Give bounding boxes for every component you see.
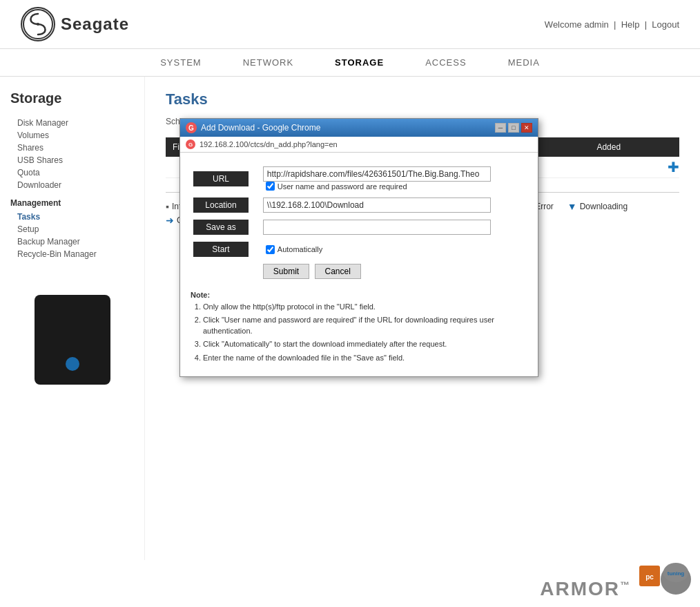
start-label: Start — [193, 242, 249, 257]
logo-text: Seagate — [61, 15, 129, 34]
browser-icon: G — [186, 122, 197, 133]
save-as-row: Save as — [191, 216, 527, 238]
pc-tuning-badge: pc tuning — [638, 559, 693, 560]
url-input[interactable] — [263, 166, 491, 182]
titlebar-left: G Add Download - Google Chrome — [186, 122, 320, 133]
add-download-modal: G Add Download - Google Chrome ─ □ ✕ G 1… — [179, 118, 538, 377]
logo-icon — [21, 7, 55, 41]
sidebar-item-quota[interactable]: Quota — [10, 166, 134, 179]
site-icon: G — [186, 139, 195, 149]
auth-label: User name and password are required — [278, 182, 407, 191]
auto-label: Automatically — [278, 245, 322, 253]
note-item-3: Click "Automatically" to start the downl… — [203, 339, 527, 349]
sidebar-item-disk-manager[interactable]: Disk Manager — [10, 117, 134, 129]
modal-titlebar: G Add Download - Google Chrome ─ □ ✕ — [180, 119, 538, 137]
start-row: Start Automatically — [191, 238, 527, 260]
main-layout: Storage Disk Manager Volumes Shares USB … — [0, 77, 700, 560]
bottom-branding: ARMOR™ pc tuning — [533, 552, 700, 560]
information-icon: ▪ — [166, 201, 169, 212]
buttons-row: Submit Cancel — [191, 260, 527, 282]
location-label: Location — [193, 197, 249, 213]
main-nav: SYSTEM NETWORK STORAGE ACCESS MEDIA — [0, 49, 700, 77]
note-item-4: Enter the name of the downloaded file in… — [203, 353, 527, 363]
modal-overlay: G Add Download - Google Chrome ─ □ ✕ G 1… — [179, 118, 538, 377]
url-row: URL User name and password are required — [191, 163, 527, 194]
note-section: Note: Only allow the http(s)/ftp protoco… — [191, 291, 527, 363]
management-label: Management — [10, 198, 134, 208]
maximize-button[interactable]: □ — [508, 123, 519, 133]
note-list: Only allow the http(s)/ftp protocol in t… — [191, 302, 527, 363]
modal-title: Add Download - Google Chrome — [201, 123, 320, 133]
downloading-icon: ▼ — [567, 201, 577, 212]
location-row: Location — [191, 194, 527, 216]
auto-checkbox[interactable] — [266, 245, 275, 254]
auth-row: User name and password are required — [266, 182, 525, 191]
url-label: URL — [193, 171, 249, 186]
welcome-text: Welcome admin — [545, 19, 609, 30]
sidebar-item-recycle-bin[interactable]: Recycle-Bin Manager — [10, 248, 134, 260]
header: Seagate Welcome admin | Help | Logout — [0, 0, 700, 49]
auth-checkbox[interactable] — [266, 182, 275, 191]
sidebar-item-backup-manager[interactable]: Backup Manager — [10, 235, 134, 248]
device-image — [10, 295, 134, 385]
nav-access[interactable]: ACCESS — [425, 57, 466, 68]
note-item-2: Click "User name and password are requir… — [203, 315, 527, 336]
page-title: Tasks — [166, 90, 679, 108]
content-area: Tasks Schedule Status: Disabled File Nam… — [145, 77, 700, 560]
auto-row: Automatically — [266, 245, 525, 254]
col-added: Added — [590, 137, 679, 157]
svg-point-1 — [37, 23, 39, 26]
sidebar-item-volumes[interactable]: Volumes — [10, 129, 134, 142]
sidebar-item-shares[interactable]: Shares — [10, 142, 134, 154]
address-bar: G 192.168.2.100/ctcs/dn_add.php?lang=en — [180, 137, 538, 153]
nav-storage[interactable]: STORAGE — [335, 57, 384, 68]
window-controls: ─ □ ✕ — [495, 123, 532, 133]
note-title: Note: — [191, 291, 527, 299]
device-light — [66, 357, 79, 371]
legend-downloading-label: Downloading — [580, 202, 628, 211]
sidebar: Storage Disk Manager Volumes Shares USB … — [0, 77, 145, 560]
sidebar-title: Storage — [10, 90, 134, 106]
nav-network[interactable]: NETWORK — [243, 57, 293, 68]
sidebar-item-downloader[interactable]: Downloader — [10, 179, 134, 191]
address-text: 192.168.2.100/ctcs/dn_add.php?lang=en — [200, 140, 338, 148]
modal-body: URL User name and password are required — [180, 153, 538, 376]
cancel-button[interactable]: Cancel — [315, 264, 361, 279]
sidebar-item-usb-shares[interactable]: USB Shares — [10, 154, 134, 166]
save-as-input[interactable] — [263, 220, 491, 235]
logo: Seagate — [21, 7, 129, 41]
help-link[interactable]: Help — [621, 19, 640, 30]
save-as-label: Save as — [193, 220, 249, 235]
logout-link[interactable]: Logout — [652, 19, 679, 30]
queue-icon: ➜ — [166, 215, 174, 226]
nav-system[interactable]: SYSTEM — [160, 57, 201, 68]
sidebar-item-setup[interactable]: Setup — [10, 223, 134, 235]
add-download-button[interactable]: ✚ — [668, 159, 679, 175]
form-table: URL User name and password are required — [191, 163, 527, 282]
close-button[interactable]: ✕ — [521, 123, 532, 133]
note-item-1: Only allow the http(s)/ftp protocol in t… — [203, 302, 527, 312]
location-input[interactable] — [263, 197, 491, 213]
submit-button[interactable]: Submit — [263, 264, 309, 279]
sidebar-item-tasks[interactable]: Tasks — [10, 211, 134, 223]
legend-downloading: ▼ Downloading — [567, 201, 628, 212]
minimize-button[interactable]: ─ — [495, 123, 506, 133]
nav-media[interactable]: MEDIA — [508, 57, 540, 68]
header-right: Welcome admin | Help | Logout — [545, 19, 679, 30]
